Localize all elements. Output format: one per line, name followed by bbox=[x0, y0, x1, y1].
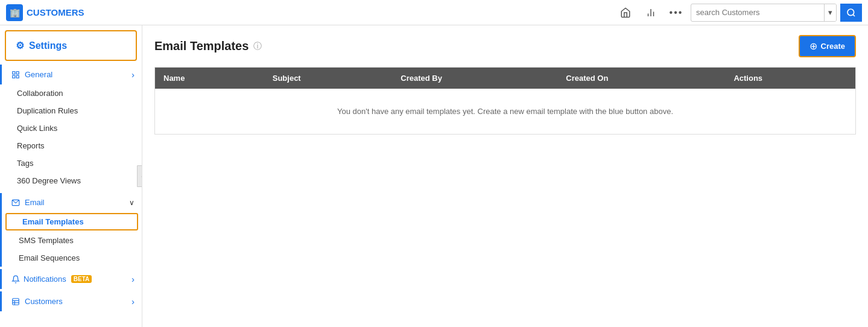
email-chevron-icon: ∨ bbox=[129, 198, 135, 207]
general-label: General bbox=[25, 70, 52, 79]
page-header: Email Templates ⓘ ⊕ Create bbox=[154, 35, 856, 57]
collapse-icon: ‹ bbox=[141, 173, 142, 180]
sidebar-general-header[interactable]: General › bbox=[2, 65, 142, 84]
home-button[interactable] bbox=[615, 2, 636, 24]
sidebar-collapse-handle[interactable]: ‹ bbox=[137, 165, 142, 187]
layout: ⚙ Settings General › Collaboration Dupli… bbox=[0, 25, 868, 327]
main-content: Email Templates ⓘ ⊕ Create Name Subject … bbox=[142, 25, 868, 327]
col-actions: Actions bbox=[725, 68, 855, 89]
sidebar-item-email-sequences[interactable]: Email Sequences bbox=[2, 249, 142, 267]
settings-label: Settings bbox=[29, 40, 67, 51]
svg-point-3 bbox=[847, 9, 854, 16]
more-icon: ••• bbox=[670, 7, 683, 18]
sidebar-notifications-header[interactable]: Notifications BETA › bbox=[2, 269, 142, 289]
svg-rect-5 bbox=[13, 71, 15, 74]
sidebar-item-email-templates[interactable]: Email Templates bbox=[5, 213, 138, 230]
svg-line-4 bbox=[853, 14, 855, 16]
search-icon bbox=[846, 8, 856, 17]
sidebar-item-tags[interactable]: Tags bbox=[0, 154, 142, 172]
svg-rect-10 bbox=[13, 298, 19, 305]
sidebar-item-sms-templates[interactable]: SMS Templates bbox=[2, 232, 142, 249]
create-button-label: Create bbox=[821, 42, 845, 51]
create-button[interactable]: ⊕ Create bbox=[799, 35, 856, 57]
chevron-down-icon: ▾ bbox=[828, 8, 832, 17]
sidebar-item-quick-links[interactable]: Quick Links bbox=[0, 119, 142, 137]
table-empty-message: You don't have any email templates yet. … bbox=[155, 89, 856, 135]
brand: 🏢 CUSTOMERS bbox=[6, 4, 84, 21]
search-container: ▾ bbox=[691, 4, 837, 22]
sidebar-section-general: General › bbox=[0, 65, 142, 84]
customers-icon bbox=[11, 297, 20, 306]
search-input[interactable] bbox=[691, 8, 824, 17]
email-section-label: Email bbox=[25, 198, 45, 207]
sidebar-section-customers: Customers › bbox=[0, 291, 142, 311]
brand-icon: 🏢 bbox=[6, 4, 23, 21]
create-plus-icon: ⊕ bbox=[809, 40, 817, 52]
brand-label: CUSTOMERS bbox=[27, 7, 84, 17]
sidebar-customers-header[interactable]: Customers › bbox=[2, 291, 142, 311]
col-subject: Subject bbox=[264, 68, 393, 89]
reports-button[interactable] bbox=[640, 2, 662, 24]
sidebar-email-header[interactable]: Email ∨ bbox=[2, 193, 142, 212]
table-empty-row: You don't have any email templates yet. … bbox=[155, 89, 856, 135]
sidebar-item-reports[interactable]: Reports bbox=[0, 137, 142, 154]
general-arrow: › bbox=[131, 69, 135, 80]
notifications-arrow-icon: › bbox=[131, 274, 135, 284]
svg-rect-8 bbox=[16, 75, 19, 78]
col-created-on: Created On bbox=[557, 68, 725, 89]
home-icon bbox=[620, 7, 631, 18]
info-icon[interactable]: ⓘ bbox=[253, 41, 262, 52]
svg-rect-7 bbox=[13, 75, 15, 78]
svg-rect-6 bbox=[16, 71, 19, 74]
col-created-by: Created By bbox=[392, 68, 557, 89]
page-title-row: Email Templates ⓘ bbox=[154, 39, 262, 53]
sidebar-item-duplication-rules[interactable]: Duplication Rules bbox=[0, 102, 142, 119]
search-submit-button[interactable] bbox=[840, 4, 862, 22]
beta-badge: BETA bbox=[71, 275, 92, 283]
more-button[interactable]: ••• bbox=[665, 2, 687, 24]
email-templates-table: Name Subject Created By Created On Actio… bbox=[154, 67, 856, 135]
grid-icon bbox=[11, 71, 20, 79]
page-title: Email Templates bbox=[154, 39, 249, 53]
search-dropdown-button[interactable]: ▾ bbox=[824, 4, 836, 21]
bell-icon bbox=[11, 275, 20, 284]
customers-label: Customers bbox=[25, 297, 63, 306]
table-header: Name Subject Created By Created On Actio… bbox=[155, 68, 856, 89]
col-name: Name bbox=[155, 68, 264, 89]
customers-arrow-icon: › bbox=[131, 296, 135, 306]
sidebar-section-email: Email ∨ Email Templates SMS Templates Em… bbox=[0, 193, 142, 267]
sidebar-item-collaboration[interactable]: Collaboration bbox=[0, 84, 142, 102]
sidebar-section-notifications: Notifications BETA › bbox=[0, 269, 142, 289]
notifications-label: Notifications bbox=[24, 275, 66, 284]
sidebar: ⚙ Settings General › Collaboration Dupli… bbox=[0, 25, 142, 327]
sidebar-plain-items: Collaboration Duplication Rules Quick Li… bbox=[0, 84, 142, 189]
top-nav: 🏢 CUSTOMERS ••• ▾ bbox=[0, 0, 868, 25]
chart-icon bbox=[645, 7, 656, 18]
gear-icon: ⚙ bbox=[16, 40, 24, 51]
settings-header[interactable]: ⚙ Settings bbox=[5, 30, 137, 61]
sidebar-item-360-views[interactable]: 360 Degree Views bbox=[0, 172, 142, 189]
table-body: You don't have any email templates yet. … bbox=[155, 89, 856, 135]
email-icon bbox=[11, 198, 20, 207]
